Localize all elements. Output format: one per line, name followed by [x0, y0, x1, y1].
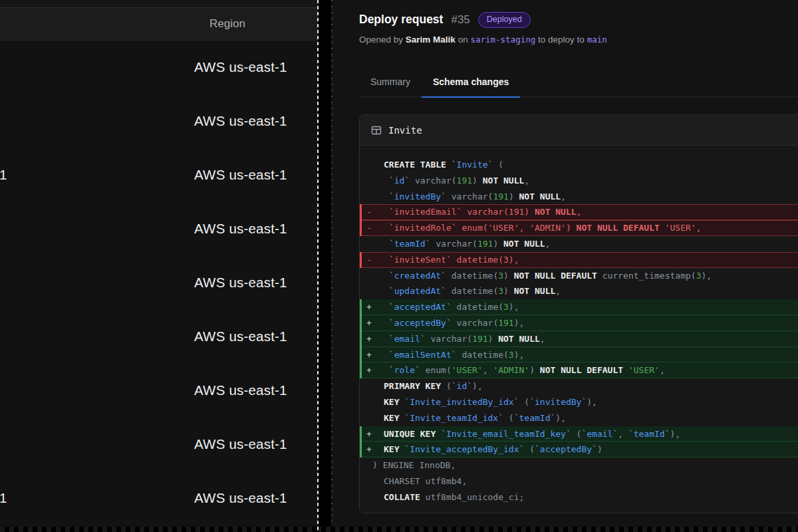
schema-diff-code: CREATE TABLE `Invite` ( `id` varchar(191…: [360, 146, 798, 513]
bottom-tear-strip: [0, 527, 798, 532]
code-line-ctx: KEY `Invite_invitedBy_idx` (`invitedBy`)…: [360, 394, 798, 410]
tear-edge-dashes: [331, 0, 332, 527]
code-line-ctx: `createdAt` datetime(3) NOT NULL DEFAULT…: [360, 268, 798, 284]
schema-table-header: Invite: [360, 115, 798, 146]
clipped-left-cell-text: 1: [0, 167, 7, 183]
table-header-row: Region: [0, 8, 318, 41]
deploy-request-header: Deploy request #35 Deployed: [359, 12, 531, 28]
code-line-add: +UNIQUE KEY `Invite_email_teamId_key` (`…: [360, 426, 798, 442]
schema-table-name: Invite: [388, 125, 422, 136]
code-line-add: + `acceptedBy` varchar(191),: [360, 315, 798, 331]
source-branch-link[interactable]: sarim-staging: [470, 35, 535, 45]
diff-sign: [366, 283, 384, 299]
diff-sign: -: [366, 204, 384, 220]
diff-sign: [366, 157, 384, 173]
region-cell: AWS us-east-1: [0, 490, 287, 506]
deploy-request-number: #35: [451, 13, 469, 27]
tear-dashed-divider: [317, 0, 319, 532]
table-row[interactable]: AWS us-east-1: [0, 94, 318, 148]
table-rows: AWS us-east-1AWS us-east-11AWS us-east-1…: [0, 41, 318, 525]
code-line-ctx: `id` varchar(191) NOT NULL,: [360, 173, 798, 189]
code-line-add: + `email` varchar(191) NOT NULL,: [360, 331, 798, 347]
tab-schema-changes[interactable]: Schema changes: [422, 72, 520, 98]
code-line-ctx: KEY `Invite_teamId_idx` (`teamId`),: [360, 410, 798, 426]
table-row[interactable]: AWS us-east-1: [0, 256, 318, 310]
code-line-ctx: `invitedBy` varchar(191) NOT NULL,: [360, 189, 798, 205]
diff-sign: [366, 410, 384, 426]
table-top-strip: [0, 0, 318, 8]
diff-sign: +: [366, 426, 384, 442]
code-line-add: +KEY `Invite_acceptedBy_idx` (`acceptedB…: [360, 442, 798, 458]
diff-sign: +: [366, 347, 384, 363]
region-column-header: Region: [0, 17, 245, 31]
diff-sign: [366, 268, 384, 284]
diff-sign: [366, 236, 384, 252]
diff-sign: [366, 189, 384, 205]
region-cell: AWS us-east-1: [0, 167, 287, 183]
table-row[interactable]: AWS us-east-1: [0, 202, 318, 256]
diff-sign: +: [366, 331, 384, 347]
diff-sign: [366, 489, 384, 505]
table-row[interactable]: AWS us-east-1: [0, 417, 318, 471]
region-cell: AWS us-east-1: [0, 59, 287, 75]
code-line-ctx: CREATE TABLE `Invite` (: [360, 157, 798, 173]
on-text: on: [458, 35, 468, 45]
code-line-del: - `invitedRole` enum('USER', 'ADMIN') NO…: [360, 220, 798, 236]
diff-sign: +: [366, 315, 384, 331]
code-line-ctx: COLLATE utf8mb4_unicode_ci;: [360, 489, 798, 505]
code-line-del: - `inviteSent` datetime(3),: [360, 252, 798, 268]
table-row[interactable]: AWS us-east-1: [0, 363, 318, 417]
region-cell: AWS us-east-1: [0, 436, 287, 452]
status-badge: Deployed: [478, 12, 531, 28]
table-row[interactable]: 1AWS us-east-1: [0, 471, 318, 525]
diff-sign: [366, 473, 384, 489]
target-branch-link[interactable]: main: [587, 35, 607, 45]
code-line-ctx: PRIMARY KEY (`id`),: [360, 378, 798, 394]
clipped-left-cell-text: 1: [0, 490, 7, 506]
table-row[interactable]: AWS us-east-1: [0, 309, 318, 363]
diff-sign: -: [366, 220, 384, 236]
diff-sign: [366, 458, 372, 473]
table-row[interactable]: AWS us-east-1: [0, 41, 318, 94]
diff-sign: [366, 378, 384, 394]
diff-sign: +: [366, 299, 384, 315]
diff-sign: +: [366, 442, 384, 458]
region-cell: AWS us-east-1: [0, 221, 287, 237]
code-line-ctx: `updatedAt` datetime(3) NOT NULL,: [360, 283, 798, 299]
region-cell: AWS us-east-1: [0, 113, 287, 129]
region-cell: AWS us-east-1: [0, 382, 287, 398]
tear-gap: [319, 0, 331, 532]
diff-sign: -: [366, 252, 384, 268]
code-line-ctx: ) ENGINE InnoDB,: [360, 458, 798, 473]
schema-diff-panel: Invite CREATE TABLE `Invite` ( `id` varc…: [359, 114, 798, 513]
code-line-ctx: CHARSET utf8mb4,: [360, 473, 798, 489]
region-cell: AWS us-east-1: [0, 329, 287, 344]
deploy-request-panel: Deploy request #35 Deployed Opened by Sa…: [331, 0, 798, 527]
diff-sign: [366, 394, 384, 410]
tab-summary[interactable]: Summary: [359, 72, 422, 96]
table-icon: [371, 125, 382, 136]
tab-bar: SummarySchema changes: [359, 72, 798, 97]
code-line-add: + `acceptedAt` datetime(3),: [360, 299, 798, 315]
deploy-request-subtitle: Opened by Sarim Malik on sarim-staging t…: [359, 35, 607, 45]
regions-table-panel: Region AWS us-east-1AWS us-east-11AWS us…: [0, 0, 318, 527]
diff-sign: +: [366, 362, 384, 378]
opened-by-text: Opened by: [359, 35, 403, 45]
region-cell: AWS us-east-1: [0, 275, 287, 291]
code-line-ctx: `teamId` varchar(191) NOT NULL,: [360, 236, 798, 252]
author-name: Sarim Malik: [406, 35, 456, 45]
table-row[interactable]: 1AWS us-east-1: [0, 148, 318, 202]
deploy-to-text: to deploy to: [538, 35, 585, 45]
code-line-add: + `emailSentAt` datetime(3),: [360, 347, 798, 363]
code-line-del: - `invitedEmail` varchar(191) NOT NULL,: [360, 204, 798, 220]
code-line-add: + `role` enum('USER', 'ADMIN') NOT NULL …: [360, 362, 798, 378]
diff-sign: [366, 173, 384, 189]
page-title: Deploy request: [359, 13, 443, 27]
